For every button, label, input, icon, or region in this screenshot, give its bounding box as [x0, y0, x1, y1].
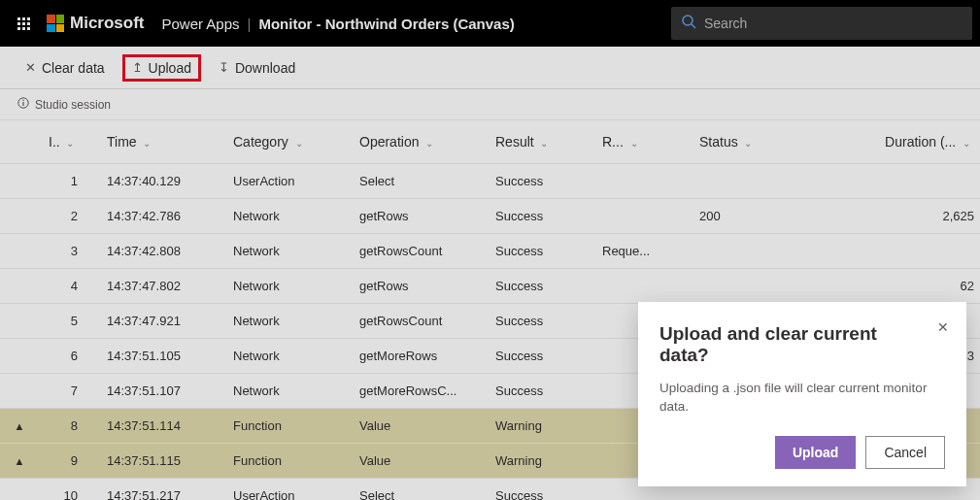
- dialog-upload-button[interactable]: Upload: [775, 436, 856, 469]
- col-time[interactable]: Time ⌄: [97, 120, 223, 164]
- warning-icon: ▲: [15, 455, 25, 467]
- cell-result: Success: [486, 339, 592, 374]
- table-header-row: I.. ⌄ Time ⌄ Category ⌄ Operation ⌄ Resu…: [0, 120, 980, 164]
- table-row[interactable]: 114:37:40.129UserActionSelectSuccess: [0, 164, 980, 199]
- svg-point-0: [683, 16, 693, 25]
- dialog-cancel-button[interactable]: Cancel: [865, 436, 945, 469]
- clear-data-label: Clear data: [42, 60, 105, 76]
- svg-point-4: [22, 100, 23, 101]
- session-label: Studio session: [35, 98, 111, 112]
- cell-result: Success: [486, 199, 592, 234]
- clear-data-button[interactable]: ✕ Clear data: [16, 54, 115, 82]
- cell-category: Network: [223, 199, 350, 234]
- cell-operation: getRows: [350, 199, 486, 234]
- chevron-down-icon: ⌄: [422, 138, 433, 149]
- cell-result: Success: [486, 479, 592, 501]
- chevron-down-icon: ⌄: [292, 138, 303, 149]
- chevron-down-icon: ⌄: [64, 138, 75, 149]
- search-input[interactable]: [704, 16, 963, 31]
- upload-icon: ↥: [132, 60, 143, 75]
- table-row[interactable]: 414:37:47.802NetworkgetRowsSuccess62: [0, 269, 980, 304]
- warning-icon: ▲: [15, 420, 25, 432]
- cell-result: Success: [486, 269, 592, 304]
- dialog-actions: Upload Cancel: [659, 436, 945, 469]
- col-warn: [0, 120, 39, 164]
- cell-operation: getMoreRows: [350, 339, 486, 374]
- cell-time: 14:37:42.786: [97, 199, 223, 234]
- cell-category: Function: [223, 444, 350, 479]
- cell-category: Network: [223, 374, 350, 409]
- upload-button[interactable]: ↥ Upload: [122, 54, 201, 82]
- cell-category: Network: [223, 269, 350, 304]
- cell-operation: Select: [350, 164, 486, 199]
- cell-time: 14:37:40.129: [97, 164, 223, 199]
- cell-r: [592, 269, 690, 304]
- dialog-title: Upload and clear current data?: [659, 323, 945, 366]
- cell-r: [592, 199, 690, 234]
- col-r[interactable]: R... ⌄: [592, 120, 690, 164]
- breadcrumb-context: Monitor - Northwind Orders (Canvas): [258, 16, 514, 32]
- command-bar: ✕ Clear data ↥ Upload ↧ Download: [0, 47, 980, 89]
- col-duration[interactable]: Duration (... ⌄: [796, 120, 980, 164]
- cell-id: 1: [39, 164, 97, 199]
- cell-id: 7: [39, 374, 97, 409]
- cell-status: [690, 234, 796, 269]
- cell-id: 9: [39, 444, 97, 479]
- cell-time: 14:37:51.105: [97, 339, 223, 374]
- table-row[interactable]: 314:37:42.808NetworkgetRowsCountSuccessR…: [0, 234, 980, 269]
- download-button[interactable]: ↧ Download: [209, 54, 305, 82]
- dialog-body: Uploading a .json file will clear curren…: [659, 380, 945, 417]
- table-row[interactable]: 214:37:42.786NetworkgetRowsSuccess2002,6…: [0, 199, 980, 234]
- cell-category: Function: [223, 409, 350, 444]
- download-label: Download: [235, 60, 295, 76]
- cell-status: 200: [690, 199, 796, 234]
- cell-result: Success: [486, 374, 592, 409]
- chevron-down-icon: ⌄: [627, 138, 638, 149]
- dialog-close-button[interactable]: ✕: [937, 319, 949, 335]
- cell-r: [592, 164, 690, 199]
- breadcrumb-app[interactable]: Power Apps: [162, 16, 240, 32]
- col-status[interactable]: Status ⌄: [690, 120, 796, 164]
- cell-category: Network: [223, 304, 350, 339]
- breadcrumb: Power Apps | Monitor - Northwind Orders …: [162, 16, 515, 32]
- cell-id: 4: [39, 269, 97, 304]
- cell-result: Warning: [486, 409, 592, 444]
- app-launcher-icon[interactable]: [8, 8, 39, 39]
- svg-line-1: [692, 24, 695, 28]
- col-category[interactable]: Category ⌄: [223, 120, 350, 164]
- cell-time: 14:37:42.808: [97, 234, 223, 269]
- cell-category: UserAction: [223, 164, 350, 199]
- cell-duration: 62: [796, 269, 980, 304]
- cell-result: Success: [486, 234, 592, 269]
- cell-id: 6: [39, 339, 97, 374]
- cell-id: 2: [39, 199, 97, 234]
- breadcrumb-separator: |: [248, 16, 252, 32]
- cell-time: 14:37:47.921: [97, 304, 223, 339]
- cell-category: UserAction: [223, 479, 350, 501]
- cell-time: 14:37:51.107: [97, 374, 223, 409]
- col-operation[interactable]: Operation ⌄: [350, 120, 486, 164]
- upload-label: Upload: [149, 60, 191, 76]
- cell-duration: [796, 164, 980, 199]
- cell-duration: 2,625: [796, 199, 980, 234]
- col-id[interactable]: I.. ⌄: [39, 120, 97, 164]
- cell-id: 8: [39, 409, 97, 444]
- cell-status: [690, 164, 796, 199]
- cell-operation: getMoreRowsC...: [350, 374, 486, 409]
- info-icon: [17, 97, 29, 112]
- cell-operation: getRowsCount: [350, 234, 486, 269]
- brand-text: Microsoft: [70, 14, 145, 33]
- cell-result: Warning: [486, 444, 592, 479]
- col-result[interactable]: Result ⌄: [486, 120, 592, 164]
- download-icon: ↧: [219, 60, 229, 75]
- session-bar: Studio session: [0, 89, 980, 120]
- chevron-down-icon: ⌄: [960, 138, 970, 149]
- cell-operation: Select: [350, 479, 486, 501]
- cell-result: Success: [486, 304, 592, 339]
- cell-operation: getRows: [350, 269, 486, 304]
- cell-time: 14:37:51.217: [97, 479, 223, 501]
- chevron-down-icon: ⌄: [742, 138, 753, 149]
- search-box[interactable]: [671, 7, 972, 40]
- cell-r: Reque...: [592, 234, 690, 269]
- cell-duration: [796, 234, 980, 269]
